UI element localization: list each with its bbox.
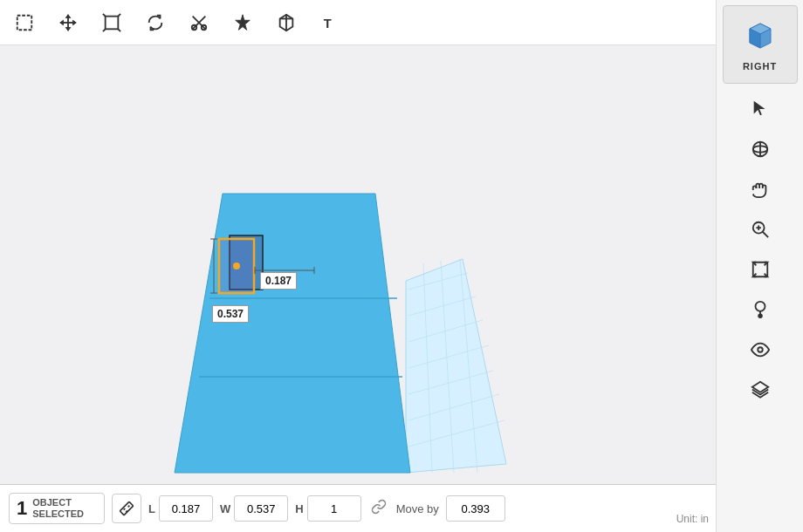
svg-rect-0 <box>17 15 32 30</box>
svg-rect-62 <box>120 501 133 515</box>
magic-button[interactable] <box>229 9 257 37</box>
select-box-button[interactable] <box>10 9 38 37</box>
move-button[interactable] <box>54 9 82 37</box>
field-w-group: W <box>220 495 288 522</box>
svg-line-10 <box>103 29 106 31</box>
object-count-badge: 1 OBJECT SELECTED <box>9 493 105 524</box>
field-w-label: W <box>220 502 230 515</box>
svg-line-8 <box>103 13 106 16</box>
svg-marker-20 <box>406 259 506 473</box>
object-label-line1: OBJECT <box>32 497 84 508</box>
svg-marker-16 <box>236 14 251 29</box>
field-w-input[interactable] <box>234 495 288 522</box>
zoom-tool-button[interactable] <box>743 212 778 247</box>
svg-marker-5 <box>60 20 64 25</box>
cube-icon <box>743 18 778 59</box>
resize-button[interactable] <box>98 9 126 37</box>
svg-line-11 <box>118 29 120 31</box>
view-cube[interactable]: RIGHT <box>723 5 798 84</box>
field-h-group: H <box>295 495 360 522</box>
svg-marker-4 <box>65 27 71 31</box>
text-button[interactable]: T <box>316 9 344 37</box>
field-l-group: L <box>148 495 213 522</box>
fit-tool-button[interactable] <box>743 252 778 287</box>
svg-marker-49 <box>753 101 765 115</box>
bottom-bar: 1 OBJECT SELECTED L W H Move b <box>0 484 716 532</box>
svg-text:T: T <box>324 17 332 31</box>
top-toolbar: T <box>0 0 716 45</box>
field-h-label: H <box>295 502 303 515</box>
measure-tool-icon[interactable] <box>112 494 141 523</box>
orbit-tool-button[interactable] <box>743 132 778 167</box>
svg-point-36 <box>233 263 240 269</box>
refresh-button[interactable] <box>141 9 169 37</box>
svg-line-65 <box>128 506 130 508</box>
right-panel: RIGHT <box>716 0 803 532</box>
layer-tool-button[interactable] <box>743 372 778 407</box>
scene-svg <box>0 45 716 481</box>
field-l-input[interactable] <box>159 495 213 522</box>
svg-point-58 <box>755 302 765 311</box>
svg-line-9 <box>118 13 120 16</box>
svg-marker-31 <box>175 194 410 473</box>
field-h-input[interactable] <box>307 495 361 522</box>
unit-label: Unit: in <box>676 513 709 525</box>
svg-line-54 <box>762 232 767 237</box>
object-count-number: 1 <box>17 497 27 520</box>
object-label-line2: SELECTED <box>32 508 84 520</box>
paint-tool-button[interactable] <box>743 292 778 327</box>
view-cube-label: RIGHT <box>743 61 777 72</box>
svg-line-63 <box>124 508 126 510</box>
svg-rect-7 <box>106 16 119 29</box>
move-by-input[interactable] <box>446 495 505 522</box>
field-l-label: L <box>148 502 155 515</box>
svg-point-59 <box>758 315 762 318</box>
svg-line-64 <box>126 511 127 513</box>
arrow-tool-button[interactable] <box>743 92 778 126</box>
dimension-width-label: 0.187 <box>260 272 297 290</box>
hand-tool-button[interactable] <box>743 172 778 207</box>
eye-tool-button[interactable] <box>743 332 778 367</box>
dimension-height-label: 0.537 <box>212 305 249 323</box>
chain-link-icon[interactable] <box>368 499 389 518</box>
box3d-button[interactable] <box>272 9 300 37</box>
svg-point-60 <box>758 347 763 352</box>
move-by-label: Move by <box>396 502 439 515</box>
svg-marker-3 <box>65 14 71 17</box>
canvas-area[interactable]: 0.187 0.537 <box>0 45 716 481</box>
svg-marker-6 <box>73 20 77 25</box>
cut-button[interactable] <box>185 9 213 37</box>
